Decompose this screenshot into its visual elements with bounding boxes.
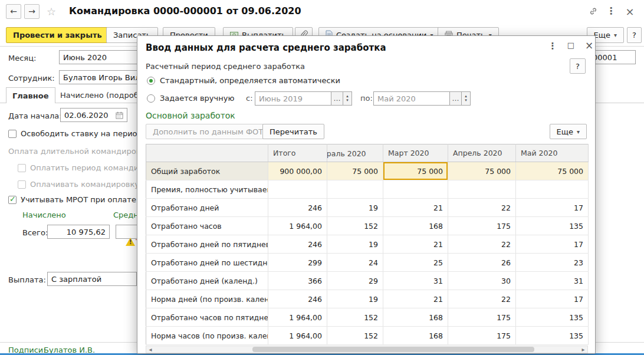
dialog-maximize-icon[interactable]: □ xyxy=(564,41,577,50)
dialog-menu-dots-icon[interactable]: ⋮ xyxy=(546,41,559,51)
row-label[interactable]: Отработано дней по пятидневной ... xyxy=(146,235,268,254)
radio-manual[interactable] xyxy=(147,94,155,103)
cell[interactable] xyxy=(268,180,327,199)
h-scrollbar[interactable]: ◂ ▸ xyxy=(146,346,588,353)
cell[interactable]: 175 xyxy=(448,327,516,345)
to-input[interactable]: Май 2020 xyxy=(373,91,450,106)
from-spinner[interactable]: ▴ ▾ xyxy=(343,91,352,106)
employee-input[interactable]: Булатов Игорь Виле xyxy=(59,70,147,84)
row-label[interactable]: Отработано дней по шестидневно... xyxy=(146,254,268,272)
cell[interactable]: 168 xyxy=(383,327,448,345)
table-row[interactable]: Отработано дней (календ.) 366 29 31 30 3… xyxy=(146,272,589,290)
cell[interactable]: 1 964,00 xyxy=(268,217,327,235)
table-row[interactable]: Премия, полностью учитываемая xyxy=(146,180,589,199)
link-icon[interactable] xyxy=(587,6,599,18)
post-and-close-button[interactable]: Провести и закрыть xyxy=(6,27,109,43)
cell[interactable] xyxy=(448,180,516,199)
cell[interactable]: 31 xyxy=(383,272,448,290)
reread-button[interactable]: Перечитать xyxy=(262,124,324,139)
cell[interactable]: 19 xyxy=(327,199,383,217)
cell[interactable]: 17 xyxy=(516,199,589,217)
cell[interactable]: 246 xyxy=(268,199,327,217)
cell[interactable]: 246 xyxy=(268,290,327,308)
cell[interactable]: 22 xyxy=(448,199,516,217)
average-link[interactable]: Средн xyxy=(113,211,139,219)
table-row[interactable]: Отработано часов по пятидневно... 1 964,… xyxy=(146,308,589,327)
selected-cell[interactable]: 75 000 xyxy=(383,162,448,180)
row-label[interactable]: Общий заработок xyxy=(146,162,268,180)
close-icon[interactable]: × xyxy=(624,5,636,18)
free-rate-checkbox[interactable] xyxy=(8,130,17,138)
cell[interactable]: 75 000 xyxy=(448,162,516,180)
cell[interactable]: 152 xyxy=(327,217,383,235)
cell[interactable]: 31 xyxy=(516,272,589,290)
cell[interactable]: 75 000 xyxy=(516,162,589,180)
column-header-apr[interactable]: Апрель 2020 xyxy=(448,144,516,162)
cell[interactable]: 135 xyxy=(516,327,589,345)
help-button[interactable]: ? xyxy=(627,27,642,43)
from-ellipsis-button[interactable]: … xyxy=(331,91,343,106)
scroll-right-button[interactable]: ▸ xyxy=(579,346,587,353)
cell[interactable]: 21 xyxy=(383,199,448,217)
dialog-help-button[interactable]: ? xyxy=(570,58,586,74)
favorite-star-icon[interactable]: ☆ xyxy=(47,5,56,18)
table-row[interactable]: Отработано часов 1 964,00 152 168 175 13… xyxy=(146,217,589,235)
cell[interactable]: 135 xyxy=(516,308,589,327)
column-header-may[interactable]: Май 2020 xyxy=(516,144,589,162)
scroll-thumb[interactable] xyxy=(252,347,534,352)
row-label[interactable]: Норма часов (по произв. календа... xyxy=(146,327,268,345)
cell[interactable]: 900 000,00 xyxy=(268,162,327,180)
cell[interactable]: 246 xyxy=(268,235,327,254)
cell[interactable]: 175 xyxy=(448,217,516,235)
tab-main[interactable]: Главное xyxy=(6,87,55,103)
cell[interactable]: 21 xyxy=(383,290,448,308)
cell[interactable]: 21 xyxy=(383,235,448,254)
radio-manual-label[interactable]: Задается вручную xyxy=(160,94,234,103)
table-row[interactable]: Отработано дней 246 19 21 22 17 xyxy=(146,199,589,217)
cell[interactable]: 30 xyxy=(448,272,516,290)
accrued-link[interactable]: Начислено xyxy=(22,211,66,219)
scroll-left-button[interactable]: ◂ xyxy=(146,346,155,353)
radio-standard[interactable] xyxy=(147,77,155,85)
column-header-mar[interactable]: Март 2020 xyxy=(383,144,448,162)
cell[interactable]: 26 xyxy=(448,254,516,272)
table-row[interactable]: Норма часов (по произв. календа... 1 964… xyxy=(146,327,589,345)
radio-standard-label[interactable]: Стандартный, определяется автоматически xyxy=(160,76,340,85)
cell[interactable]: 152 xyxy=(327,327,383,345)
to-spinner[interactable]: ▴ ▾ xyxy=(462,91,471,106)
calendar-icon[interactable] xyxy=(116,111,123,119)
cell[interactable]: 152 xyxy=(327,308,383,327)
row-label[interactable]: Отработано дней xyxy=(146,199,268,217)
menu-dots-icon[interactable]: ⋮ xyxy=(605,5,617,17)
cell[interactable]: 17 xyxy=(516,290,589,308)
cell[interactable] xyxy=(383,180,448,199)
dialog-close-icon[interactable]: × xyxy=(583,40,596,51)
row-label[interactable]: Премия, полностью учитываемая xyxy=(146,180,268,199)
column-header-total[interactable]: Итого xyxy=(268,144,327,162)
to-ellipsis-button[interactable]: … xyxy=(450,91,462,106)
cell[interactable]: 23 xyxy=(516,254,589,272)
table-row[interactable]: Общий заработок 900 000,00 75 000 75 000… xyxy=(146,162,589,180)
cell[interactable]: 17 xyxy=(516,235,589,254)
month-input[interactable]: Июнь 2020 xyxy=(59,50,142,64)
cell[interactable]: 19 xyxy=(327,290,383,308)
cell[interactable]: 175 xyxy=(448,308,516,327)
row-label[interactable]: Отработано дней (календ.) xyxy=(146,272,268,290)
row-label[interactable]: Отработано часов xyxy=(146,217,268,235)
earnings-table[interactable]: Итого Февраль 2020 Март 2020 Апрель 2020… xyxy=(146,144,589,345)
cell[interactable] xyxy=(327,180,383,199)
cell[interactable]: 25 xyxy=(383,254,448,272)
from-input[interactable]: Июнь 2019 xyxy=(255,91,331,106)
cell[interactable]: 75 000 xyxy=(327,162,383,180)
cell[interactable]: 24 xyxy=(327,254,383,272)
table-row[interactable]: Отработано дней по пятидневной ... 246 1… xyxy=(146,235,589,254)
cell[interactable]: 1 964,00 xyxy=(268,308,327,327)
table-row[interactable]: Отработано дней по шестидневно... 299 24… xyxy=(146,254,589,272)
cell[interactable]: 135 xyxy=(516,217,589,235)
payout-select[interactable]: С зарплатой xyxy=(47,272,137,286)
row-label[interactable]: Отработано часов по пятидневно... xyxy=(146,308,268,327)
forward-button[interactable]: → xyxy=(24,4,40,19)
cell[interactable]: 299 xyxy=(268,254,327,272)
total-input[interactable]: 10 975,62 xyxy=(47,225,110,239)
cell[interactable]: 29 xyxy=(327,272,383,290)
